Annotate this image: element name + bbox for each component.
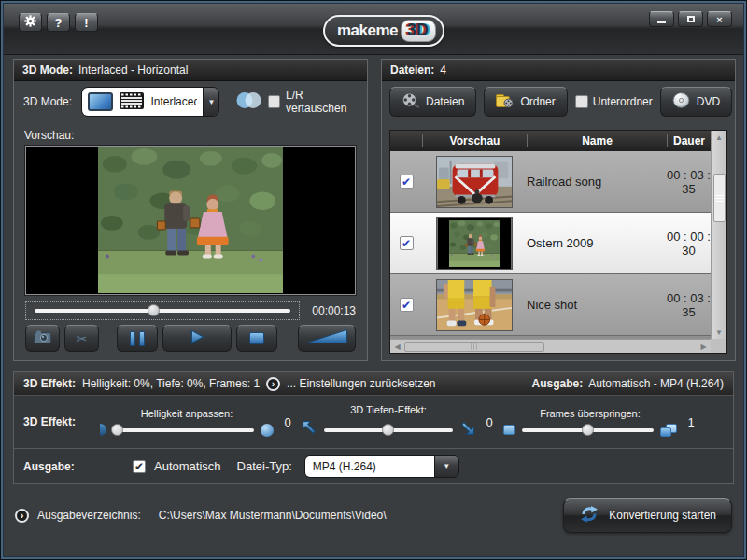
scrollbar-corner bbox=[711, 339, 726, 353]
seek-thumb[interactable] bbox=[148, 304, 160, 316]
chevron-down-icon: ▼ bbox=[443, 462, 450, 470]
minimize-button[interactable] bbox=[649, 11, 674, 27]
scroll-right-icon[interactable]: ▶ bbox=[697, 343, 711, 351]
scroll-up-icon[interactable]: ▲ bbox=[715, 131, 723, 144]
add-folder-label: Ordner bbox=[520, 95, 555, 108]
volume-icon bbox=[305, 329, 348, 348]
depth-slider-group: 3D Tiefen-Effekt: bbox=[302, 404, 475, 440]
volume-button[interactable] bbox=[298, 325, 356, 352]
frames-slider[interactable] bbox=[522, 428, 654, 432]
brightness-slider-thumb[interactable] bbox=[111, 424, 123, 436]
effect-sliders-row: 3D Effekt: Helligkeit anpassen: 0 3D Tie… bbox=[14, 396, 733, 448]
dim-icon bbox=[100, 424, 106, 436]
table-row[interactable]: ✔ Ostern 2009 00 : 00 : 30 bbox=[390, 213, 711, 274]
output-dir-arrow-icon[interactable]: › bbox=[15, 509, 29, 523]
dvd-disc-icon bbox=[672, 92, 690, 111]
depth-value: 0 bbox=[475, 415, 503, 429]
logo-3d-badge: 3D bbox=[401, 20, 436, 42]
convert-refresh-icon bbox=[579, 505, 599, 526]
row-checkbox[interactable]: ✔ bbox=[400, 175, 414, 189]
help-button[interactable]: ? bbox=[47, 13, 70, 32]
thumbnail-railroad bbox=[436, 156, 513, 208]
thumbnail-kids-garden bbox=[436, 217, 513, 270]
output-settings-row: Ausgabe: ✔ Automatisch Datei-Typ: MP4 (H… bbox=[14, 449, 733, 483]
automatic-checkbox[interactable]: ✔ bbox=[133, 460, 146, 473]
row-checkbox[interactable]: ✔ bbox=[400, 236, 414, 250]
mode-select-dropdown[interactable]: Interlaced ▼ bbox=[81, 87, 219, 117]
add-folder-button[interactable]: Ordner bbox=[484, 87, 567, 117]
playback-time: 00:00:13 bbox=[300, 304, 356, 317]
arrow-down-right-icon bbox=[459, 420, 475, 440]
seek-bar[interactable] bbox=[25, 301, 300, 320]
preview-label: Vorschau: bbox=[14, 122, 367, 146]
play-icon bbox=[189, 329, 205, 349]
dvd-button[interactable]: DVD bbox=[660, 87, 732, 117]
logo-text: makeme bbox=[337, 21, 398, 40]
window-controls: × bbox=[649, 11, 732, 27]
pause-button[interactable] bbox=[117, 325, 158, 352]
app-window: ? ! makeme 3D × 3D Mode: Interlaced - Ho… bbox=[0, 0, 747, 560]
subfolder-checkbox[interactable] bbox=[575, 95, 588, 108]
horizontal-scrollbar[interactable]: ◀ ▶ bbox=[390, 339, 711, 353]
frame-stack-icon bbox=[660, 424, 677, 437]
brightness-slider[interactable] bbox=[113, 428, 254, 432]
maximize-button[interactable] bbox=[678, 11, 703, 27]
file-table: Vorschau Name Dauer ✔ Railroad song 00 :… bbox=[389, 130, 727, 354]
seek-track[interactable] bbox=[35, 309, 290, 313]
column-vorschau[interactable]: Vorschau bbox=[422, 134, 527, 147]
mode-panel: 3D Mode: Interlaced - Horizontal 3D Mode… bbox=[13, 59, 368, 361]
file-duration: 00 : 00 : 30 bbox=[667, 230, 711, 258]
output-summary-value: Automatisch - MP4 (H.264) bbox=[588, 377, 724, 390]
file-name: Nice shot bbox=[527, 298, 667, 312]
filetype-value: MP4 (H.264) bbox=[305, 456, 434, 477]
column-name[interactable]: Name bbox=[527, 134, 667, 147]
mode-header-value: Interlaced - Horizontal bbox=[78, 63, 188, 77]
table-row[interactable]: ✔ Nice shot 00 : 03 : 35 bbox=[390, 274, 711, 336]
filetype-dropdown[interactable]: MP4 (H.264) ▼ bbox=[304, 455, 459, 478]
depth-slider-thumb[interactable] bbox=[382, 424, 394, 436]
horizontal-scroll-thumb[interactable] bbox=[404, 342, 544, 352]
reset-arrow-icon[interactable]: › bbox=[266, 377, 280, 391]
effect-summary-value: Helligkeit: 0%, Tiefe: 0%, Frames: 1 bbox=[82, 377, 260, 390]
files-panel-header: Dateien: 4 bbox=[382, 60, 735, 81]
file-duration: 00 : 03 : 35 bbox=[667, 168, 711, 196]
start-conversion-button[interactable]: Konvertierung starten bbox=[563, 498, 732, 533]
files-header-label: Dateien: bbox=[390, 63, 434, 77]
depth-label: 3D Tiefen-Effekt: bbox=[350, 404, 427, 415]
monitor-icon bbox=[88, 92, 113, 111]
info-button[interactable]: ! bbox=[75, 13, 98, 32]
frames-slider-thumb[interactable] bbox=[582, 424, 594, 436]
cut-button[interactable]: ✂ bbox=[64, 325, 99, 352]
column-dauer[interactable]: Dauer bbox=[667, 134, 711, 147]
reset-settings-link[interactable]: ... Einstellungen zurücksetzen bbox=[287, 377, 435, 390]
scroll-down-icon[interactable]: ▼ bbox=[715, 326, 723, 339]
scissors-icon: ✂ bbox=[77, 331, 88, 346]
maximize-icon bbox=[687, 16, 695, 22]
footer-bar: › Ausgabeverzeichnis: C:\Users\Max Muste… bbox=[13, 493, 734, 538]
snapshot-button[interactable] bbox=[25, 325, 60, 352]
vertical-scroll-thumb[interactable] bbox=[713, 174, 726, 222]
depth-slider[interactable] bbox=[324, 428, 453, 432]
table-row[interactable]: ✔ Railroad song 00 : 03 : 35 bbox=[390, 151, 711, 213]
close-icon: × bbox=[716, 14, 722, 25]
settings-button[interactable] bbox=[19, 13, 42, 32]
mode-select-label: 3D Mode: bbox=[23, 95, 81, 108]
subfolder-label: Unterordner bbox=[593, 95, 653, 108]
swap-lr-checkbox[interactable] bbox=[268, 95, 280, 108]
frames-slider-group: Frames überspringen: bbox=[503, 408, 677, 437]
brightness-value: 0 bbox=[274, 415, 302, 429]
toolbar: ? ! bbox=[19, 13, 98, 32]
scroll-left-icon[interactable]: ◀ bbox=[390, 343, 404, 351]
stop-button[interactable] bbox=[236, 325, 277, 352]
mode-panel-header: 3D Mode: Interlaced - Horizontal bbox=[14, 60, 367, 81]
row-checkbox[interactable]: ✔ bbox=[400, 298, 414, 312]
files-panel: Dateien: 4 Dateien bbox=[381, 59, 736, 361]
mode-dropdown-arrow-button[interactable]: ▼ bbox=[203, 88, 218, 116]
vertical-scrollbar[interactable]: ▲ ▼ bbox=[711, 131, 726, 339]
stop-icon bbox=[249, 332, 264, 344]
add-files-button[interactable]: Dateien bbox=[389, 87, 476, 117]
play-button[interactable] bbox=[162, 325, 232, 352]
close-button[interactable]: × bbox=[707, 11, 732, 27]
filetype-dropdown-arrow-button[interactable]: ▼ bbox=[434, 456, 458, 477]
frames-value: 1 bbox=[677, 415, 705, 429]
